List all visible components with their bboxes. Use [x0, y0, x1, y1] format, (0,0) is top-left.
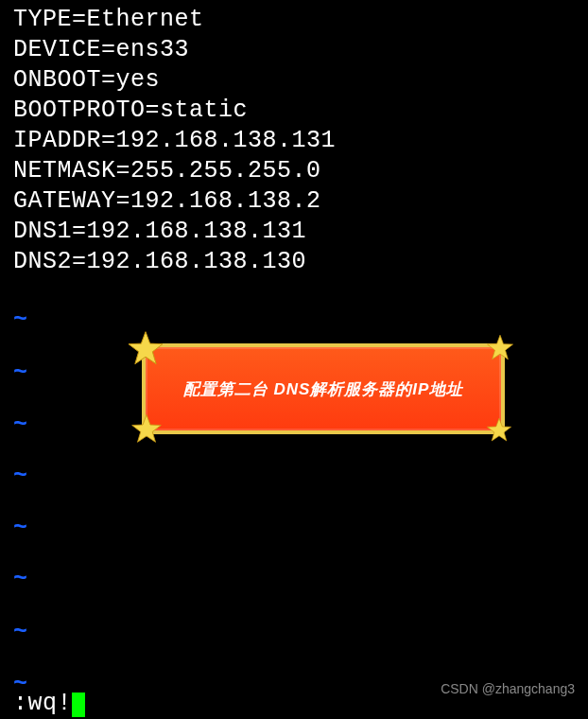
config-line: DNS1=192.168.138.131: [13, 218, 306, 245]
svg-marker-1: [488, 335, 513, 360]
vim-tilde: ~: [13, 307, 27, 334]
config-line: ONBOOT=yes: [13, 66, 160, 94]
vim-tilde: ~: [13, 619, 27, 646]
annotation-callout: 配置第二台 DNS解析服务器的IP地址: [142, 343, 505, 434]
star-icon: [486, 417, 512, 444]
config-line: GATEWAY=192.168.138.2: [13, 187, 321, 215]
terminal-screen: TYPE=Ethernet DEVICE=ens33 ONBOOT=yes BO…: [0, 0, 588, 719]
config-line: BOOTPROTO=static: [13, 96, 248, 124]
vim-tilde: ~: [13, 360, 27, 387]
svg-marker-2: [132, 414, 162, 442]
vim-tilde: ~: [13, 463, 27, 490]
vim-tilde: ~: [13, 412, 27, 439]
vim-tilde: ~: [13, 566, 27, 593]
vim-command-line[interactable]: :wq!: [13, 690, 85, 717]
svg-marker-3: [487, 418, 510, 441]
annotation-text: 配置第二台 DNS解析服务器的IP地址: [183, 378, 464, 400]
svg-marker-0: [129, 332, 163, 364]
watermark-text: CSDN @zhangchang3: [441, 681, 575, 696]
config-line: NETMASK=255.255.255.0: [13, 157, 321, 184]
config-line: TYPE=Ethernet: [13, 6, 204, 33]
config-line: IPADDR=192.168.138.131: [13, 127, 336, 154]
vim-command-text: :wq!: [13, 690, 72, 717]
cursor-icon: [72, 693, 85, 717]
star-icon: [486, 334, 514, 362]
config-line: DEVICE=ens33: [13, 36, 189, 63]
vim-tilde: ~: [13, 515, 27, 542]
config-line: DNS2=192.168.138.130: [13, 248, 306, 275]
star-icon: [130, 413, 163, 446]
star-icon: [127, 330, 164, 368]
